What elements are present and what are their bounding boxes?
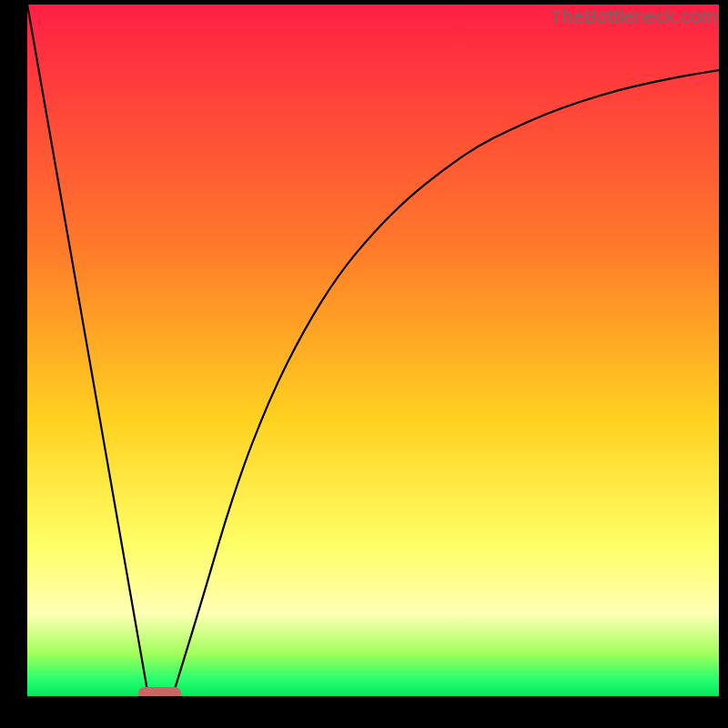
left-line	[27, 5, 148, 696]
curve-layer	[27, 5, 719, 696]
baseline-marker	[138, 687, 181, 696]
right-curve	[173, 70, 719, 696]
watermark-text: TheBottleneck.com	[551, 5, 717, 27]
plot-area	[27, 5, 719, 696]
chart-container: TheBottleneck.com	[0, 0, 728, 728]
